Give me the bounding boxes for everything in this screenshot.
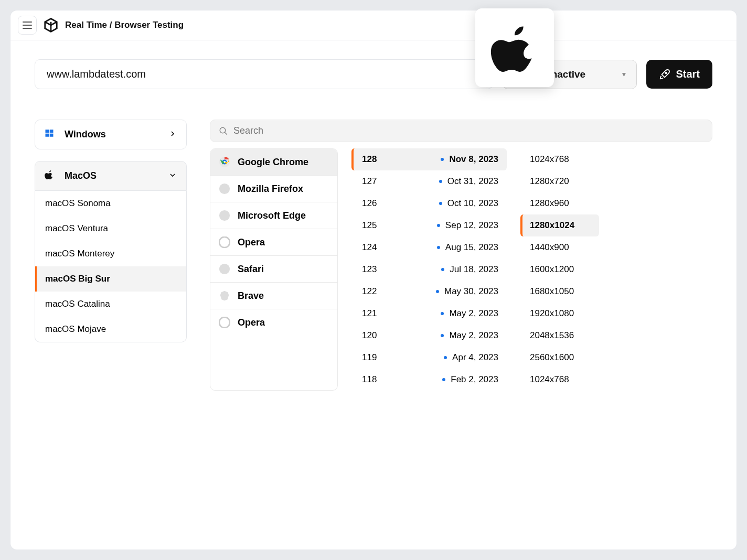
browser-item[interactable]: Opera	[210, 229, 337, 256]
version-date: Oct 10, 2023	[447, 198, 498, 209]
edge-icon	[219, 210, 230, 221]
caret-down-icon: ▼	[621, 71, 627, 78]
resolution-item[interactable]: 1600x1200	[520, 259, 599, 281]
version-number: 124	[362, 242, 377, 253]
resolution-item[interactable]: 1280x960	[520, 192, 599, 214]
svg-rect-1	[46, 130, 49, 133]
resolution-column: 1024x7681280x7201280x9601280x10241440x90…	[520, 148, 599, 391]
version-date: May 30, 2023	[444, 286, 498, 297]
browser-item[interactable]: Brave	[210, 283, 337, 309]
version-date: May 2, 2023	[449, 330, 498, 341]
svg-rect-4	[50, 134, 54, 137]
version-item[interactable]: 127Oct 31, 2023	[351, 170, 507, 192]
dot-icon	[439, 180, 442, 183]
version-item[interactable]: 126Oct 10, 2023	[351, 192, 507, 214]
start-label: Start	[676, 68, 700, 80]
version-date: Aug 15, 2023	[445, 242, 498, 253]
svg-rect-3	[46, 134, 49, 137]
breadcrumb: Real Time / Browser Testing	[65, 20, 184, 30]
url-input[interactable]	[35, 59, 493, 89]
svg-point-0	[666, 72, 667, 73]
search-icon	[219, 126, 228, 136]
dot-icon	[441, 312, 444, 315]
version-number: 128	[362, 154, 377, 165]
apple-icon	[490, 24, 539, 72]
version-item[interactable]: 118Feb 2, 2023	[351, 369, 507, 391]
resolution-item[interactable]: 1024x768	[520, 369, 599, 391]
safari-icon	[219, 263, 230, 275]
chrome-icon	[219, 156, 230, 168]
resolution-item[interactable]: 1280x1024	[520, 214, 599, 236]
version-date: May 2, 2023	[449, 308, 498, 319]
version-date: Sep 12, 2023	[445, 220, 498, 231]
version-date: Apr 4, 2023	[452, 352, 498, 363]
browser-item[interactable]: Opera	[210, 309, 337, 336]
version-item[interactable]: 128Nov 8, 2023	[351, 148, 507, 170]
version-item[interactable]: 123Jul 18, 2023	[351, 259, 507, 281]
dot-icon	[439, 202, 442, 205]
os-version-item[interactable]: macOS Catalina	[35, 292, 186, 317]
version-item[interactable]: 122May 30, 2023	[351, 281, 507, 303]
version-item[interactable]: 124Aug 15, 2023	[351, 236, 507, 259]
os-group-label: Windows	[65, 129, 106, 140]
os-version-item[interactable]: macOS Big Sur	[35, 266, 186, 292]
firefox-icon	[219, 183, 230, 195]
browser-column: Google ChromeMozilla FirefoxMicrosoft Ed…	[210, 148, 338, 391]
rocket-icon	[659, 69, 670, 80]
menu-button[interactable]	[18, 16, 37, 35]
svg-point-9	[219, 184, 230, 194]
browser-item[interactable]: Safari	[210, 256, 337, 283]
search-wrap[interactable]	[210, 120, 712, 142]
resolution-item[interactable]: 2048x1536	[520, 325, 599, 347]
resolution-item[interactable]: 1024x768	[520, 148, 599, 170]
svg-rect-2	[50, 130, 54, 133]
browser-item[interactable]: Google Chrome	[210, 149, 337, 176]
resolution-item[interactable]: 1920x1080	[520, 303, 599, 325]
os-group-windows[interactable]: Windows	[35, 120, 187, 149]
main-grid: WindowsMacOSmacOS SonomamacOS Venturamac…	[35, 120, 712, 391]
os-version-item[interactable]: macOS Sonoma	[35, 191, 186, 216]
browser-item[interactable]: Mozilla Firefox	[210, 176, 337, 202]
svg-point-11	[219, 237, 230, 247]
resolution-item[interactable]: 1440x900	[520, 236, 599, 259]
browser-label: Safari	[238, 264, 264, 275]
dot-icon	[437, 246, 440, 249]
svg-point-13	[219, 317, 230, 328]
apple-icon	[45, 170, 54, 182]
config-row: Tunnel: Inactive ▼ Start	[35, 59, 712, 89]
os-version-item[interactable]: macOS Mojave	[35, 317, 186, 342]
os-group-label: MacOS	[65, 170, 97, 181]
version-number: 121	[362, 308, 377, 319]
version-number: 125	[362, 220, 377, 231]
dot-icon	[437, 224, 440, 227]
resolution-item[interactable]: 1280x720	[520, 170, 599, 192]
browser-label: Opera	[238, 317, 265, 328]
version-item[interactable]: 120May 2, 2023	[351, 325, 507, 347]
apple-logo-card	[475, 8, 554, 87]
version-date: Nov 8, 2023	[449, 154, 498, 165]
version-number: 127	[362, 176, 377, 187]
logo-icon	[43, 17, 59, 33]
os-version-item[interactable]: macOS Ventura	[35, 216, 186, 241]
version-number: 122	[362, 286, 377, 297]
version-item[interactable]: 125Sep 12, 2023	[351, 214, 507, 236]
search-input[interactable]	[233, 125, 703, 136]
opera-icon	[219, 317, 230, 328]
version-item[interactable]: 121May 2, 2023	[351, 303, 507, 325]
browser-label: Microsoft Edge	[238, 210, 306, 221]
start-button[interactable]: Start	[646, 60, 712, 89]
resolution-item[interactable]: 1680x1050	[520, 281, 599, 303]
svg-point-10	[219, 210, 230, 221]
os-version-item[interactable]: macOS Monterey	[35, 241, 186, 266]
svg-point-12	[219, 264, 230, 274]
dot-icon	[444, 356, 447, 359]
version-date: Feb 2, 2023	[451, 374, 498, 385]
os-group-macos[interactable]: MacOS	[35, 161, 187, 191]
content: Tunnel: Inactive ▼ Start WindowsMacOSmac…	[10, 40, 737, 410]
app-card: Real Time / Browser Testing Tunnel: Inac…	[10, 10, 737, 550]
resolution-item[interactable]: 2560x1600	[520, 347, 599, 369]
version-number: 119	[362, 352, 377, 363]
browser-item[interactable]: Microsoft Edge	[210, 202, 337, 229]
os-version-list: macOS SonomamacOS VenturamacOS Montereym…	[35, 191, 187, 342]
version-item[interactable]: 119Apr 4, 2023	[351, 347, 507, 369]
